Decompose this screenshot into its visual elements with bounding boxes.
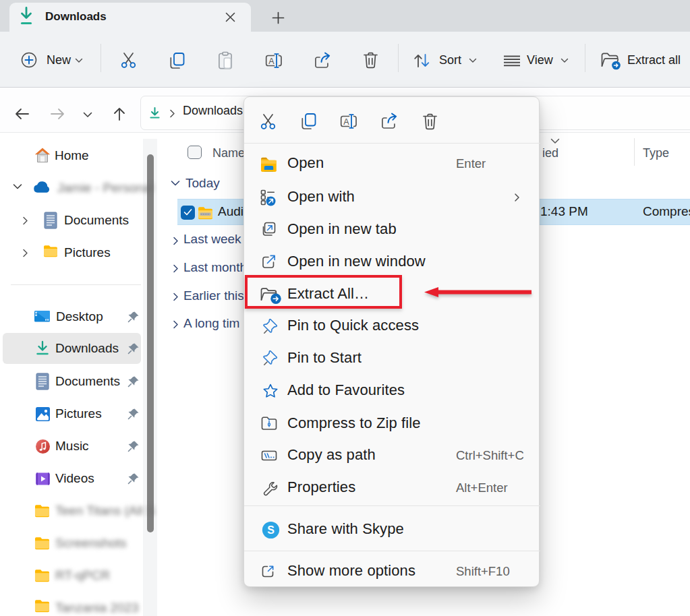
svg-text:A: A	[268, 57, 275, 66]
svg-text:A: A	[343, 117, 349, 127]
svg-text:S: S	[267, 524, 275, 536]
